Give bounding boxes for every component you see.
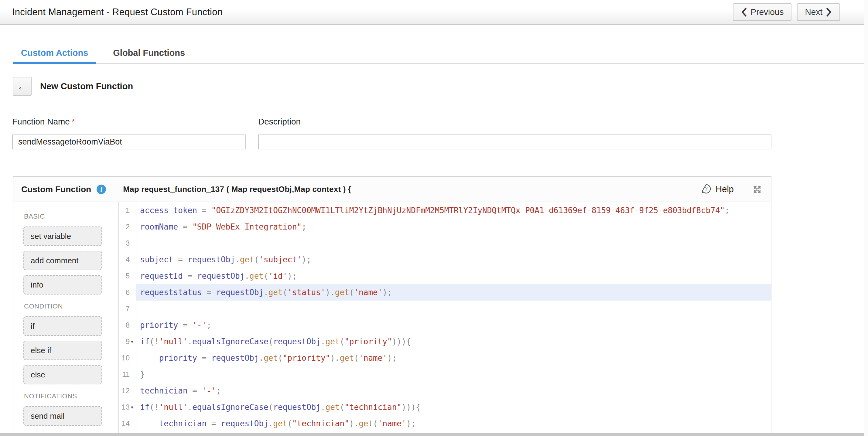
palette-section-label: CONDITION: [24, 303, 118, 310]
code-line[interactable]: 2▼roomName = "SDP_WebEx_Integration";: [119, 219, 771, 235]
code-line-text: [136, 301, 771, 317]
line-gutter: 4▼: [119, 251, 136, 268]
function-name-field-group: Function Name*: [12, 117, 246, 149]
line-number: 9: [126, 337, 130, 346]
line-gutter: 13▼: [119, 399, 136, 415]
code-line[interactable]: 4▼subject = requestObj.get('subject');: [119, 251, 771, 268]
tabs-bar: Custom Actions Global Functions: [13, 48, 864, 64]
line-number: 12: [122, 386, 130, 395]
subheader-title: New Custom Function: [40, 81, 133, 91]
line-number: 7: [126, 305, 130, 313]
line-gutter: 8▼: [119, 317, 136, 333]
line-gutter: 11▼: [119, 366, 136, 382]
code-line-text: technician = '-';: [136, 382, 771, 399]
chevron-right-icon: [826, 8, 832, 17]
line-number: 3: [126, 239, 130, 247]
line-number: 11: [122, 370, 130, 379]
code-line[interactable]: 1▼access_token = "OGIzZDY3M2ItOGZhNC00MW…: [119, 202, 771, 219]
description-field-group: Description: [258, 117, 771, 149]
palette-item-else-if[interactable]: else if: [23, 341, 102, 360]
help-label: Help: [716, 184, 734, 194]
function-name-input[interactable]: [12, 134, 246, 149]
palette-item-set-variable[interactable]: set variable: [23, 226, 102, 246]
code-line-text: if(!'null'.equalsIgnoreCase(requestObj.g…: [136, 399, 771, 415]
snippet-palette: BASICset variableadd commentinfoCONDITIO…: [13, 202, 119, 436]
tab-global-functions[interactable]: Global Functions: [105, 48, 193, 63]
line-number: 14: [122, 419, 130, 428]
code-line[interactable]: 10▼ priority = requestObj.get("priority"…: [119, 350, 771, 366]
line-gutter: 9▼: [119, 333, 136, 350]
palette-item-else[interactable]: else: [23, 365, 102, 384]
next-button[interactable]: Next: [797, 3, 840, 21]
code-line-text: access_token = "OGIzZDY3M2ItOGZhNC00MWI1…: [136, 202, 771, 219]
code-line-text: if(!'null'.equalsIgnoreCase(requestObj.g…: [136, 333, 771, 350]
info-icon[interactable]: i: [97, 185, 106, 194]
line-number: 1: [126, 206, 130, 215]
code-line[interactable]: 7▼: [119, 301, 771, 317]
code-line-text: subject = requestObj.get('subject');: [136, 251, 771, 268]
bottom-scroll-strip[interactable]: [0, 433, 864, 436]
code-line[interactable]: 9▼if(!'null'.equalsIgnoreCase(requestObj…: [119, 333, 771, 350]
line-gutter: 10▼: [119, 350, 136, 366]
editor-panel-header: Custom Function i Map request_function_1…: [13, 177, 771, 202]
fold-arrow-icon[interactable]: ▼: [130, 340, 134, 344]
code-line-text: priority = '-';: [136, 317, 771, 333]
code-line-text: [136, 235, 771, 251]
fold-arrow-icon[interactable]: ▼: [130, 405, 134, 409]
tab-custom-actions[interactable]: Custom Actions: [13, 48, 96, 63]
line-number: 5: [126, 272, 130, 280]
palette-section-label: BASIC: [24, 213, 118, 220]
code-line[interactable]: 3▼: [119, 235, 771, 251]
code-editor[interactable]: 1▼access_token = "OGIzZDY3M2ItOGZhNC00MW…: [119, 202, 771, 436]
code-line-text: requestId = requestObj.get('id');: [136, 268, 771, 284]
top-header-bar: Incident Management - Request Custom Fun…: [0, 0, 868, 25]
description-input[interactable]: [258, 134, 771, 149]
code-line[interactable]: 5▼requestId = requestObj.get('id');: [119, 268, 771, 284]
function-signature: Map request_function_137 ( Map requestOb…: [123, 185, 701, 194]
code-line[interactable]: 14▼ technician = requestObj.get("technic…: [119, 415, 771, 432]
palette-item-send-mail[interactable]: send mail: [23, 406, 102, 426]
svg-text:?: ?: [705, 186, 708, 192]
panel-title: Custom Function: [21, 185, 91, 194]
back-arrow-icon: ←: [17, 81, 27, 92]
function-form: Function Name* Description: [12, 117, 771, 149]
palette-item-if[interactable]: if: [23, 316, 102, 336]
code-line[interactable]: 6▼requeststatus = requestObj.get('status…: [119, 284, 771, 301]
code-line-text: priority = requestObj.get("priority").ge…: [136, 350, 771, 366]
help-question-icon: ?: [701, 184, 711, 195]
function-name-label: Function Name*: [12, 117, 246, 127]
vertical-scrollbar[interactable]: [864, 0, 868, 436]
palette-item-add-comment[interactable]: add comment: [23, 251, 102, 270]
custom-function-panel: Custom Function i Map request_function_1…: [13, 177, 771, 436]
line-number: 4: [126, 255, 130, 264]
line-number: 2: [126, 223, 130, 231]
code-line[interactable]: 8▼priority = '-';: [119, 317, 771, 333]
next-label: Next: [805, 7, 823, 17]
line-gutter: 7▼: [119, 301, 136, 317]
line-number: 6: [126, 288, 130, 297]
line-gutter: 6▼: [119, 284, 136, 301]
line-gutter: 14▼: [119, 415, 136, 432]
subheader: ← New Custom Function: [13, 77, 868, 96]
code-line-text: requeststatus = requestObj.get('status')…: [136, 284, 771, 301]
help-button[interactable]: ? Help: [701, 184, 734, 195]
required-asterisk: *: [72, 117, 75, 126]
previous-button[interactable]: Previous: [733, 3, 792, 21]
code-line-text: technician = requestObj.get("technician"…: [136, 415, 771, 432]
palette-section-label: NOTIFICATIONS: [24, 392, 118, 400]
line-gutter: 5▼: [119, 268, 136, 284]
line-number: 10: [122, 354, 130, 362]
line-gutter: 1▼: [119, 202, 136, 219]
previous-label: Previous: [750, 7, 783, 17]
line-gutter: 12▼: [119, 382, 136, 399]
code-line[interactable]: 13▼if(!'null'.equalsIgnoreCase(requestOb…: [119, 399, 771, 415]
chevron-left-icon: [741, 8, 747, 17]
palette-item-info[interactable]: info: [23, 275, 102, 294]
page-title: Incident Management - Request Custom Fun…: [12, 7, 733, 18]
back-button[interactable]: ←: [13, 77, 32, 96]
line-number: 13: [122, 403, 130, 411]
code-line[interactable]: 12▼technician = '-';: [119, 382, 771, 399]
code-line[interactable]: 11▼}: [119, 366, 771, 382]
code-line-text: roomName = "SDP_WebEx_Integration";: [136, 219, 771, 235]
expand-fullscreen-icon[interactable]: [752, 185, 762, 194]
